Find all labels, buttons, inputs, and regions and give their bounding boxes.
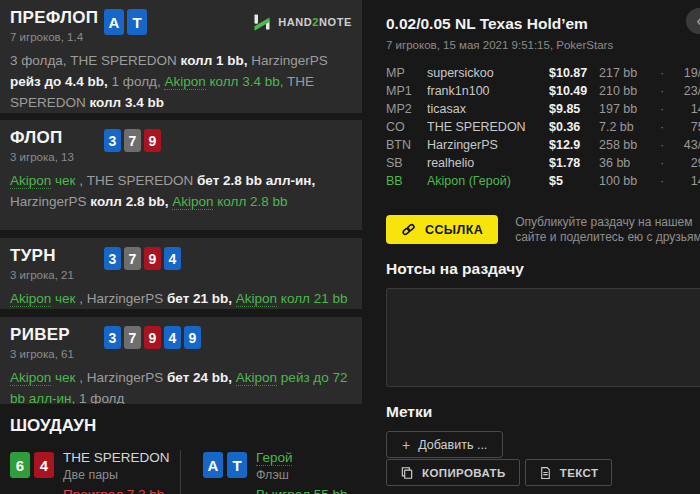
street-header: ФЛОП3 игрока, 13379 bbox=[10, 128, 352, 163]
board-cards: 379 bbox=[104, 128, 161, 152]
copy-button[interactable]: КОПИРОВАТЬ bbox=[386, 459, 520, 486]
action-text: чек bbox=[51, 291, 79, 306]
card-9-diamonds: 9 bbox=[184, 326, 201, 349]
street-block: РИВЕР3 игрока, 6137949Akipon чек , Harzi… bbox=[0, 317, 362, 404]
game-subtitle: 7 игроков, 15 мая 2021 9:51:15, PokerSta… bbox=[386, 39, 700, 51]
street-actions: Akipon чек , HarzingerPS бет 21 bb, Akip… bbox=[10, 288, 352, 309]
player-position: CO bbox=[386, 120, 427, 134]
action-text: рейз до 4.4 bb, bbox=[10, 74, 112, 89]
player-name: Akipon (Герой) bbox=[427, 174, 549, 188]
card-9-hearts: 9 bbox=[144, 326, 161, 349]
card-A-diamonds: A bbox=[203, 452, 223, 478]
street-actions: Akipon чек , HarzingerPS бет 24 bb, Akip… bbox=[10, 367, 352, 404]
card-6-clubs: 6 bbox=[10, 452, 30, 478]
player-stack-bb: 217 bb bbox=[599, 66, 656, 80]
action-text: 1 фолд bbox=[79, 391, 124, 404]
showdown-section: ШОУДАУН 64 THE SPEREDON Две пары Проигра… bbox=[0, 404, 362, 494]
street-subtitle: 3 игрока, 13 bbox=[10, 151, 104, 163]
player-link[interactable]: Akipon bbox=[427, 174, 465, 188]
card-7-spades: 7 bbox=[124, 326, 141, 349]
player-link[interactable]: Akipon bbox=[10, 173, 51, 189]
share-row: ССЫЛКА Опубликуйте раздачу на нашем сайт… bbox=[386, 215, 700, 245]
player-name: THE SPEREDON bbox=[427, 120, 549, 134]
hand2note-logo-text: HAND2NOTE bbox=[278, 16, 352, 28]
card-T-diamonds: T bbox=[127, 9, 147, 35]
player-stack: $10.87 bbox=[549, 66, 599, 80]
players-table: MPsupersickoo$10.87217 bb·19/12MP1frank1… bbox=[386, 64, 700, 190]
link-button-label: ССЫЛКА bbox=[425, 223, 483, 237]
player-link[interactable]: Akipon bbox=[236, 370, 277, 386]
sd-left-cards: 64 bbox=[10, 450, 54, 478]
street-title: ФЛОП bbox=[10, 128, 104, 148]
street-actions: 3 фолда, THE SPEREDON колл 1 bb, Harzing… bbox=[10, 50, 352, 113]
card-T-diamonds: T bbox=[227, 452, 247, 478]
card-4-diamonds: 4 bbox=[164, 247, 181, 270]
action-text: колл 3.4 bb, bbox=[206, 74, 287, 89]
action-text: чек bbox=[51, 173, 79, 188]
chain-link-icon bbox=[401, 222, 416, 237]
action-text: , HarzingerPS bbox=[79, 291, 167, 306]
copy-icon bbox=[400, 466, 414, 480]
card-7-spades: 7 bbox=[124, 247, 141, 270]
text-button-label: ТЕКСТ bbox=[560, 467, 599, 479]
text-button[interactable]: ТЕКСТ bbox=[525, 459, 613, 486]
card-3-diamonds: 3 bbox=[104, 247, 121, 270]
action-text: колл 21 bb bbox=[277, 291, 347, 306]
player-name: HarzingerPS bbox=[427, 138, 549, 152]
player-name: ticasax bbox=[427, 102, 549, 116]
player-name: realhelio bbox=[427, 156, 549, 170]
player-link[interactable]: Akipon bbox=[172, 194, 213, 210]
action-text: бет 24 bb, bbox=[167, 370, 236, 385]
showdown-villain-result: Проиграл 7.2 bb bbox=[63, 487, 170, 494]
street-titles: ПРЕФЛОП7 игроков, 1.4 bbox=[10, 8, 104, 43]
chevron-left-icon: ‹ bbox=[696, 13, 700, 29]
link-button[interactable]: ССЫЛКА bbox=[386, 215, 498, 244]
card-A-diamonds: A bbox=[104, 9, 124, 35]
street-list: ПРЕФЛОП7 игроков, 1.4AT3 фолда, THE SPER… bbox=[0, 0, 362, 404]
player-position: BB bbox=[386, 174, 427, 188]
street-title: ТУРН bbox=[10, 246, 104, 266]
street-subtitle: 3 игрока, 61 bbox=[10, 348, 104, 360]
player-row: MP2ticasax$9.85197 bb·14/4 bbox=[386, 100, 700, 118]
card-9-hearts: 9 bbox=[144, 129, 161, 152]
player-stack: $12.9 bbox=[549, 138, 599, 152]
hand2note-logo-icon bbox=[252, 12, 272, 32]
showdown-hero-name: Герой bbox=[256, 450, 348, 465]
stat-separator: · bbox=[656, 66, 668, 80]
player-stack-bb: 36 bb bbox=[599, 156, 656, 170]
showdown-hero-result: Выиграл 55 bb bbox=[256, 487, 348, 494]
player-stack-bb: 197 bb bbox=[599, 102, 656, 116]
board-cards: 37949 bbox=[104, 325, 201, 349]
share-promo-text: Опубликуйте раздачу на нашем сайте и под… bbox=[515, 215, 700, 245]
player-name: supersickoo bbox=[427, 66, 549, 80]
player-link[interactable]: Akipon bbox=[10, 291, 51, 307]
hand-history-pane: ПРЕФЛОП7 игроков, 1.4AT3 фолда, THE SPER… bbox=[0, 0, 362, 494]
notes-title: Нотсы на раздачу bbox=[386, 260, 524, 278]
notes-header: Нотсы на раздачу bbox=[386, 260, 700, 278]
stat-separator: · bbox=[656, 120, 668, 134]
hand-info-pane: ‹ 0.02/0.05 NL Texas Hold’em 7 игроков, … bbox=[362, 0, 700, 494]
player-link[interactable]: Akipon bbox=[236, 291, 277, 307]
street-subtitle: 3 игрока, 21 bbox=[10, 269, 104, 281]
player-link[interactable]: Akipon bbox=[164, 74, 205, 90]
hero-name-link[interactable]: Герой bbox=[256, 450, 292, 466]
notes-textarea[interactable] bbox=[386, 288, 700, 387]
player-position: MP1 bbox=[386, 84, 427, 98]
hand2note-logo: HAND2NOTE bbox=[252, 12, 352, 32]
player-link[interactable]: Akipon bbox=[10, 370, 51, 386]
add-tag-button[interactable]: + Добавить ... bbox=[386, 431, 503, 458]
add-tag-label: Добавить ... bbox=[418, 438, 487, 452]
card-9-hearts: 9 bbox=[144, 247, 161, 270]
street-title: РИВЕР bbox=[10, 325, 104, 345]
copy-button-label: КОПИРОВАТЬ bbox=[422, 467, 506, 479]
action-text: колл 3.4 bb bbox=[90, 95, 164, 110]
player-vpip-pfr: 43/25 bbox=[668, 138, 700, 152]
street-actions: Akipon чек , THE SPEREDON бет 2.8 bb алл… bbox=[10, 170, 352, 212]
board-cards: AT bbox=[104, 8, 147, 35]
stat-separator: · bbox=[656, 156, 668, 170]
stat-separator: · bbox=[656, 84, 668, 98]
player-vpip-pfr: 14/4 bbox=[668, 102, 700, 116]
player-name: frank1n100 bbox=[427, 84, 549, 98]
showdown-hero-combo: Флэш bbox=[256, 468, 348, 482]
action-text: бет 21 bb, bbox=[167, 291, 236, 306]
